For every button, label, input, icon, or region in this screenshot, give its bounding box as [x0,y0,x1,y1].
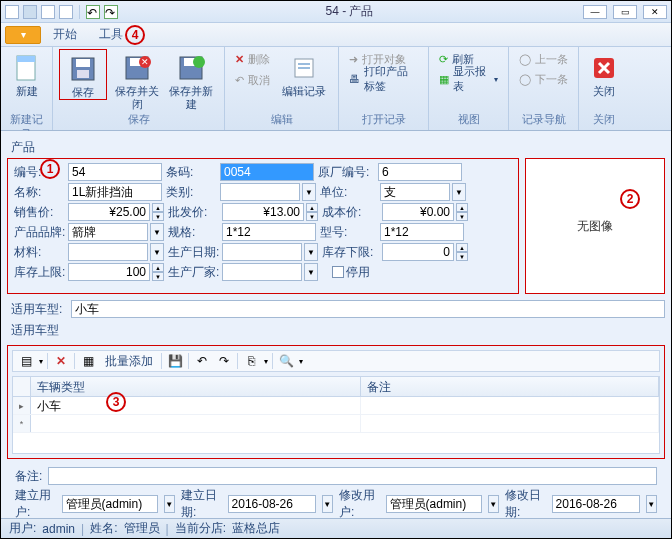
category-dropdown[interactable]: ▼ [302,183,316,201]
save-button[interactable]: 保存 [59,49,107,100]
vehicle-grid[interactable]: 车辆类型 备注 ▸ 小车 * [12,376,660,454]
save-close-button[interactable]: ✕ 保存并关闭 [113,49,161,111]
input-spec[interactable] [222,223,316,241]
create-date-dd[interactable]: ▼ [322,495,333,513]
modify-user-dd[interactable]: ▼ [488,495,499,513]
tool-new[interactable]: ▤ [17,352,35,370]
tool-copy[interactable]: ⎘ [242,352,260,370]
input-factory-no[interactable] [378,163,462,181]
prod-date-dropdown[interactable]: ▼ [304,243,318,261]
tool-delete[interactable]: ✕ [52,352,70,370]
sale-price-spin[interactable]: ▲▼ [152,203,164,221]
input-unit[interactable] [380,183,450,201]
cost-spin[interactable]: ▲▼ [456,203,468,221]
no-image-label: 无图像 [577,218,613,235]
show-report-button[interactable]: ▦显示报表▾ [435,69,502,89]
input-modify-date[interactable] [552,495,640,513]
input-id[interactable] [68,163,162,181]
group-close-label: 关闭 [585,112,623,128]
tool-redo[interactable]: ↷ [215,352,233,370]
svg-rect-4 [77,70,89,78]
label-stock-lower: 库存下限: [322,244,380,261]
tool-save[interactable]: 💾 [166,352,184,370]
input-stock-lower[interactable] [382,243,454,261]
annotation-2: 2 [620,189,640,209]
close-window-button[interactable]: ✕ [643,5,667,19]
label-remark: 备注: [15,468,42,485]
prev-button[interactable]: ◯上一条 [515,49,572,69]
input-manufacturer[interactable] [222,263,302,281]
delete-icon: ✕ [235,53,244,66]
svg-rect-14 [298,67,310,69]
table-row[interactable]: ▸ 小车 [13,397,659,415]
tool-batch-add[interactable]: 批量添加 [101,353,157,370]
minimize-button[interactable]: — [583,5,607,19]
cell-vehicle[interactable]: 小车 [31,397,361,414]
qat-redo-icon[interactable]: ↷ [104,5,118,19]
disabled-checkbox[interactable] [332,266,344,278]
titlebar: ↶ ↷ 54 - 产品 — ▭ ✕ [1,1,671,23]
input-sale-price[interactable] [68,203,150,221]
qat-save-icon[interactable] [23,5,37,19]
label-category: 类别: [166,184,218,201]
client-area: 产品 1 编号: 条码: 原厂编号: 名称: 类别:▼ 单位:▼ 销售价:▲▼ … [1,131,671,520]
modify-date-dd[interactable]: ▼ [646,495,657,513]
stock-upper-spin[interactable]: ▲▼ [152,263,164,281]
close-icon [589,53,619,83]
new-button[interactable]: 新建 [7,49,46,98]
unit-dropdown[interactable]: ▼ [452,183,466,201]
cancel-button[interactable]: ↶取消 [231,70,274,90]
panel-title-product: 产品 [7,135,665,158]
input-name[interactable] [68,183,162,201]
input-modify-user[interactable] [386,495,482,513]
edit-record-button[interactable]: 编辑记录 [280,49,328,98]
input-cost[interactable] [382,203,454,221]
input-remark[interactable] [48,467,657,485]
label-factory-no: 原厂编号: [318,164,376,181]
cell-remark[interactable] [361,397,659,414]
brand-dropdown[interactable]: ▼ [150,223,164,241]
input-prod-date[interactable] [222,243,302,261]
maximize-button[interactable]: ▭ [613,5,637,19]
ribbon: 新建 新建记录 保存 ✕ 保存并关闭 保存并新建 保存 ✕删除 ↶取消 [1,47,671,131]
input-category[interactable] [220,183,300,201]
col-remark[interactable]: 备注 [361,377,659,396]
print-label-button[interactable]: 🖶打印产品标签 [345,69,422,89]
input-barcode[interactable] [220,163,314,181]
qat-icon-2[interactable] [59,5,73,19]
close-button[interactable]: 关闭 [585,49,623,98]
tool-batch-icon[interactable]: ▦ [79,352,97,370]
input-create-date[interactable] [228,495,316,513]
material-dropdown[interactable]: ▼ [150,243,164,261]
input-wholesale[interactable] [222,203,304,221]
status-branch: 蓝格总店 [232,520,280,537]
svg-point-11 [193,56,205,68]
label-unit: 单位: [320,184,378,201]
qat-icon[interactable] [41,5,55,19]
manufacturer-dropdown[interactable]: ▼ [304,263,318,281]
menu-tools[interactable]: 工具 [89,23,133,47]
next-button[interactable]: ◯下一条 [515,69,572,89]
delete-button[interactable]: ✕删除 [231,49,274,69]
label-create-user: 建立用户: [15,487,56,520]
tool-undo[interactable]: ↶ [193,352,211,370]
wholesale-spin[interactable]: ▲▼ [306,203,318,221]
input-create-user[interactable] [62,495,158,513]
label-wholesale: 批发价: [168,204,220,221]
menu-main-button[interactable]: ▾ [5,26,41,44]
input-brand[interactable] [68,223,148,241]
image-area[interactable]: 2 无图像 [525,158,665,294]
table-row-new[interactable]: * [13,415,659,433]
menu-start[interactable]: 开始 [43,23,87,47]
input-material[interactable] [68,243,148,261]
input-stock-upper[interactable] [68,263,150,281]
qat-undo-icon[interactable]: ↶ [86,5,100,19]
label-barcode: 条码: [166,164,218,181]
save-new-button[interactable]: 保存并新建 [167,49,215,111]
input-vehicle-type[interactable] [71,300,665,318]
create-user-dd[interactable]: ▼ [164,495,175,513]
col-vehicle[interactable]: 车辆类型 [31,377,361,396]
tool-search[interactable]: 🔍 [277,352,295,370]
input-model[interactable] [380,223,464,241]
stock-lower-spin[interactable]: ▲▼ [456,243,468,261]
